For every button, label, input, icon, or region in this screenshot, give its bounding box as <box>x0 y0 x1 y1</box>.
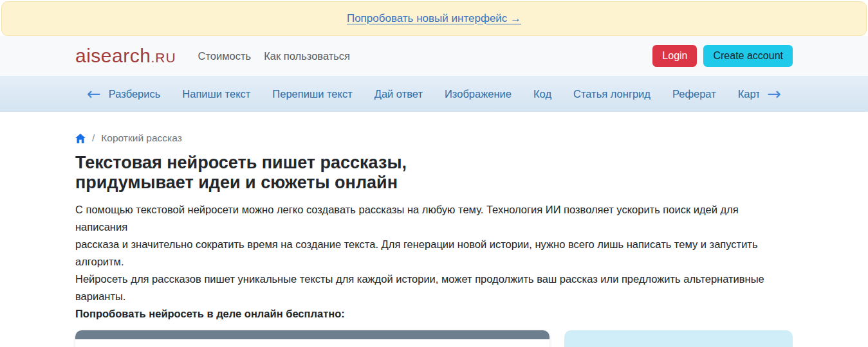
site-header: aisearch.RU Стоимость Как пользоваться L… <box>0 36 868 76</box>
services-nav: ← Разберись Напиши текст Перепиши текст … <box>0 76 868 112</box>
services-links: Разберись Напиши текст Перепиши текст Да… <box>109 88 759 100</box>
service-link-referat[interactable]: Реферат <box>672 88 716 100</box>
service-link-kod[interactable]: Код <box>533 88 551 100</box>
logo-tld: .RU <box>151 50 176 66</box>
main-content: / Короткий рассказ Текстовая нейросеть п… <box>75 132 793 347</box>
service-link-napishi-tekst[interactable]: Напиши текст <box>182 88 250 100</box>
service-link-razberis[interactable]: Разберись <box>109 88 161 100</box>
scroll-right-arrow-icon[interactable]: → <box>766 85 782 102</box>
nav-pricing[interactable]: Стоимость <box>198 50 252 62</box>
examples-title: Примеры рассказов от нейросети <box>580 344 777 347</box>
service-link-kartochka[interactable]: Карточка <box>738 88 760 100</box>
generator-card: Текст Графика Аудио <box>75 330 549 347</box>
cards-row: Текст Графика Аудио Примеры рассказов от… <box>75 330 793 347</box>
login-button[interactable]: Login <box>652 45 697 67</box>
service-link-perepishi-tekst[interactable]: Перепиши текст <box>272 88 352 100</box>
intro-cta-bold: Попробовать нейросеть в деле онлайн бесп… <box>75 305 793 323</box>
breadcrumb-separator: / <box>92 132 95 144</box>
header-nav: Стоимость Как пользоваться <box>198 50 350 62</box>
header-actions: Login Create account <box>652 45 793 67</box>
intro-line: С помощью текстовой нейросети можно легк… <box>75 201 793 236</box>
home-icon[interactable] <box>75 134 86 143</box>
intro-text: С помощью текстовой нейросети можно легк… <box>75 201 793 323</box>
intro-line: рассказа и значительно сократить время н… <box>75 236 793 271</box>
service-link-statya-longrid[interactable]: Статья лонгрид <box>573 88 651 100</box>
service-link-day-otvet[interactable]: Дай ответ <box>374 88 423 100</box>
intro-line: Нейросеть для рассказов пишет уникальные… <box>75 271 793 305</box>
create-account-button[interactable]: Create account <box>703 45 793 67</box>
generator-card-topbar <box>75 330 549 339</box>
logo-text: aisearch <box>75 45 151 67</box>
logo[interactable]: aisearch.RU <box>75 45 176 67</box>
page-title-line2: придумывает идеи и сюжеты онлайн <box>75 173 793 193</box>
breadcrumb-current: Короткий рассказ <box>101 132 181 144</box>
scroll-left-arrow-icon[interactable]: ← <box>86 85 102 102</box>
page-title-line1: Текстовая нейросеть пишет рассказы, <box>75 153 793 173</box>
nav-how-to-use[interactable]: Как пользоваться <box>264 50 350 62</box>
breadcrumb: / Короткий рассказ <box>75 132 793 144</box>
page-title: Текстовая нейросеть пишет рассказы, прид… <box>75 153 793 193</box>
promo-banner: Попробовать новый интерфейс → <box>1 1 867 36</box>
service-link-izobrazhenie[interactable]: Изображение <box>445 88 512 100</box>
new-interface-link[interactable]: Попробовать новый интерфейс → <box>347 12 521 25</box>
examples-card: Примеры рассказов от нейросети Примеры р… <box>564 330 793 347</box>
